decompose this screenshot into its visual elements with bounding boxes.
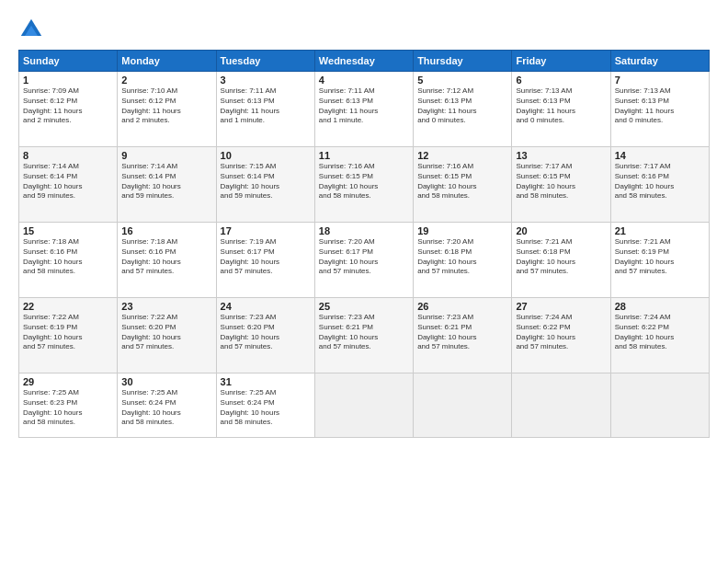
calendar-cell: 7Sunrise: 7:13 AM Sunset: 6:13 PM Daylig… [610,72,709,147]
day-number: 8 [23,150,113,161]
day-number: 16 [121,225,211,236]
day-info: Sunrise: 7:20 AM Sunset: 6:17 PM Dayligh… [319,237,409,277]
day-number: 22 [23,301,113,312]
calendar-cell: 15Sunrise: 7:18 AM Sunset: 6:16 PM Dayli… [19,223,118,298]
day-number: 29 [23,376,113,387]
day-number: 24 [221,301,311,312]
day-info: Sunrise: 7:22 AM Sunset: 6:19 PM Dayligh… [23,313,113,352]
calendar-cell: 16Sunrise: 7:18 AM Sunset: 6:16 PM Dayli… [118,223,216,298]
day-info: Sunrise: 7:13 AM Sunset: 6:13 PM Dayligh… [516,86,606,126]
day-number: 19 [417,225,507,236]
day-info: Sunrise: 7:11 AM Sunset: 6:13 PM Dayligh… [319,86,409,126]
day-info: Sunrise: 7:12 AM Sunset: 6:13 PM Dayligh… [417,86,507,126]
day-info: Sunrise: 7:14 AM Sunset: 6:14 PM Dayligh… [121,162,211,201]
calendar-cell [314,373,413,438]
day-info: Sunrise: 7:14 AM Sunset: 6:14 PM Dayligh… [23,162,113,201]
calendar-cell: 6Sunrise: 7:13 AM Sunset: 6:13 PM Daylig… [512,72,610,147]
day-info: Sunrise: 7:17 AM Sunset: 6:16 PM Dayligh… [615,162,705,201]
calendar-cell: 29Sunrise: 7:25 AM Sunset: 6:23 PM Dayli… [19,373,118,438]
calendar-cell: 28Sunrise: 7:24 AM Sunset: 6:22 PM Dayli… [610,298,709,373]
day-info: Sunrise: 7:13 AM Sunset: 6:13 PM Dayligh… [615,86,705,126]
day-number: 28 [615,301,705,312]
calendar-week-row: 15Sunrise: 7:18 AM Sunset: 6:16 PM Dayli… [19,223,710,298]
page: SundayMondayTuesdayWednesdayThursdayFrid… [0,0,728,563]
day-number: 3 [221,75,311,86]
calendar-cell: 9Sunrise: 7:14 AM Sunset: 6:14 PM Daylig… [118,147,216,223]
calendar-cell: 27Sunrise: 7:24 AM Sunset: 6:22 PM Dayli… [512,298,610,373]
day-number: 6 [516,75,606,86]
calendar-cell: 13Sunrise: 7:17 AM Sunset: 6:15 PM Dayli… [512,147,610,223]
calendar-cell [610,373,709,438]
day-info: Sunrise: 7:23 AM Sunset: 6:21 PM Dayligh… [319,313,409,352]
day-info: Sunrise: 7:11 AM Sunset: 6:13 PM Dayligh… [221,86,311,126]
calendar-cell: 8Sunrise: 7:14 AM Sunset: 6:14 PM Daylig… [19,147,118,223]
calendar-cell: 3Sunrise: 7:11 AM Sunset: 6:13 PM Daylig… [216,72,314,147]
calendar-cell [414,373,512,438]
calendar-cell: 20Sunrise: 7:21 AM Sunset: 6:18 PM Dayli… [512,223,610,298]
day-info: Sunrise: 7:23 AM Sunset: 6:21 PM Dayligh… [417,313,507,352]
calendar-week-row: 1Sunrise: 7:09 AM Sunset: 6:12 PM Daylig… [19,72,710,147]
day-info: Sunrise: 7:24 AM Sunset: 6:22 PM Dayligh… [615,313,705,352]
day-info: Sunrise: 7:16 AM Sunset: 6:15 PM Dayligh… [417,162,507,201]
day-number: 11 [319,150,409,161]
day-info: Sunrise: 7:25 AM Sunset: 6:24 PM Dayligh… [121,388,211,428]
logo [18,17,48,42]
day-info: Sunrise: 7:10 AM Sunset: 6:12 PM Dayligh… [121,86,211,126]
calendar-cell: 21Sunrise: 7:21 AM Sunset: 6:19 PM Dayli… [610,223,709,298]
day-number: 9 [121,150,211,161]
calendar-week-row: 22Sunrise: 7:22 AM Sunset: 6:19 PM Dayli… [19,298,710,373]
day-info: Sunrise: 7:17 AM Sunset: 6:15 PM Dayligh… [516,162,606,201]
day-number: 1 [23,75,113,86]
day-info: Sunrise: 7:18 AM Sunset: 6:16 PM Dayligh… [23,237,113,277]
day-info: Sunrise: 7:15 AM Sunset: 6:14 PM Dayligh… [221,162,311,201]
calendar-cell: 2Sunrise: 7:10 AM Sunset: 6:12 PM Daylig… [118,72,216,147]
day-number: 5 [417,75,507,86]
day-number: 26 [417,301,507,312]
calendar-table: SundayMondayTuesdayWednesdayThursdayFrid… [18,50,710,438]
weekday-header-friday: Friday [512,51,610,72]
day-number: 20 [516,225,606,236]
weekday-header-thursday: Thursday [414,51,512,72]
day-number: 25 [319,301,409,312]
day-info: Sunrise: 7:21 AM Sunset: 6:19 PM Dayligh… [615,237,705,277]
calendar-cell: 30Sunrise: 7:25 AM Sunset: 6:24 PM Dayli… [118,373,216,438]
day-info: Sunrise: 7:25 AM Sunset: 6:23 PM Dayligh… [23,388,113,428]
day-info: Sunrise: 7:23 AM Sunset: 6:20 PM Dayligh… [221,313,311,352]
weekday-header-sunday: Sunday [19,51,118,72]
day-number: 12 [417,150,507,161]
calendar-cell: 10Sunrise: 7:15 AM Sunset: 6:14 PM Dayli… [216,147,314,223]
header [18,17,710,42]
day-info: Sunrise: 7:21 AM Sunset: 6:18 PM Dayligh… [516,237,606,277]
calendar-cell: 31Sunrise: 7:25 AM Sunset: 6:24 PM Dayli… [216,373,314,438]
day-number: 17 [221,225,311,236]
calendar-cell [512,373,610,438]
day-number: 15 [23,225,113,236]
day-info: Sunrise: 7:16 AM Sunset: 6:15 PM Dayligh… [319,162,409,201]
logo-icon [18,17,44,42]
calendar-cell: 17Sunrise: 7:19 AM Sunset: 6:17 PM Dayli… [216,223,314,298]
day-number: 2 [121,75,211,86]
calendar-cell: 25Sunrise: 7:23 AM Sunset: 6:21 PM Dayli… [314,298,413,373]
calendar-cell: 1Sunrise: 7:09 AM Sunset: 6:12 PM Daylig… [19,72,118,147]
day-number: 10 [221,150,311,161]
day-number: 31 [221,376,311,387]
day-number: 18 [319,225,409,236]
calendar-cell: 12Sunrise: 7:16 AM Sunset: 6:15 PM Dayli… [414,147,512,223]
day-number: 23 [121,301,211,312]
calendar-week-row: 29Sunrise: 7:25 AM Sunset: 6:23 PM Dayli… [19,373,710,438]
weekday-header-saturday: Saturday [610,51,709,72]
calendar-week-row: 8Sunrise: 7:14 AM Sunset: 6:14 PM Daylig… [19,147,710,223]
day-info: Sunrise: 7:18 AM Sunset: 6:16 PM Dayligh… [121,237,211,277]
day-number: 13 [516,150,606,161]
day-number: 27 [516,301,606,312]
calendar-cell: 14Sunrise: 7:17 AM Sunset: 6:16 PM Dayli… [610,147,709,223]
calendar-cell: 22Sunrise: 7:22 AM Sunset: 6:19 PM Dayli… [19,298,118,373]
day-number: 30 [121,376,211,387]
weekday-header-row: SundayMondayTuesdayWednesdayThursdayFrid… [19,51,710,72]
day-info: Sunrise: 7:25 AM Sunset: 6:24 PM Dayligh… [221,388,311,428]
day-info: Sunrise: 7:22 AM Sunset: 6:20 PM Dayligh… [121,313,211,352]
calendar-cell: 4Sunrise: 7:11 AM Sunset: 6:13 PM Daylig… [314,72,413,147]
day-info: Sunrise: 7:24 AM Sunset: 6:22 PM Dayligh… [516,313,606,352]
calendar-cell: 11Sunrise: 7:16 AM Sunset: 6:15 PM Dayli… [314,147,413,223]
calendar-cell: 19Sunrise: 7:20 AM Sunset: 6:18 PM Dayli… [414,223,512,298]
